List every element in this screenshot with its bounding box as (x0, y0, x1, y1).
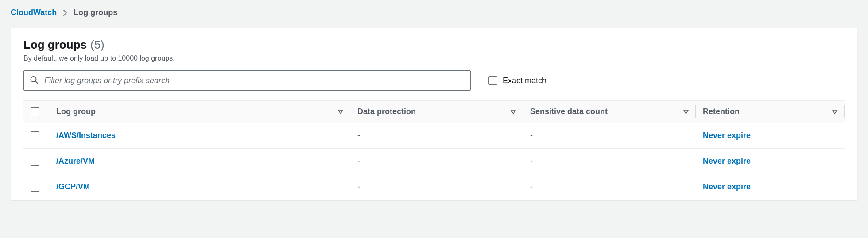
log-groups-table: Log group Data protection (23, 100, 845, 200)
retention-link[interactable]: Never expire (703, 131, 751, 140)
page-title-count: (5) (90, 38, 105, 52)
sensitive-count-cell: - (523, 174, 696, 200)
filter-input-container (23, 70, 471, 91)
col-header-sensitive-count-label: Sensitive data count (530, 107, 608, 116)
filter-input[interactable] (23, 70, 471, 91)
col-header-data-protection-label: Data protection (357, 107, 416, 116)
log-groups-panel: Log groups (5) By default, we only load … (11, 28, 857, 200)
data-protection-cell: - (350, 149, 523, 174)
retention-link[interactable]: Never expire (703, 157, 751, 165)
exact-match-checkbox[interactable] (488, 76, 497, 85)
select-all-header (23, 101, 49, 123)
col-header-log-group-label: Log group (56, 107, 96, 116)
log-group-link[interactable]: /AWS/Instances (56, 131, 116, 140)
data-protection-cell: - (350, 123, 523, 149)
col-header-data-protection[interactable]: Data protection (350, 101, 523, 123)
data-protection-cell: - (350, 174, 523, 200)
log-group-link[interactable]: /GCP/VM (56, 182, 90, 191)
exact-match-toggle[interactable]: Exact match (488, 76, 546, 85)
row-checkbox[interactable] (31, 183, 39, 192)
col-header-retention[interactable]: Retention (696, 101, 845, 123)
table-row: /AWS/Instances - - Never expire (23, 123, 845, 149)
retention-link[interactable]: Never expire (703, 182, 751, 191)
sort-icon (683, 110, 689, 114)
log-group-link[interactable]: /Azure/VM (56, 157, 95, 165)
col-header-sensitive-count[interactable]: Sensitive data count (523, 101, 696, 123)
row-checkbox[interactable] (31, 157, 39, 166)
sort-icon (832, 110, 837, 114)
table-row: /GCP/VM - - Never expire (23, 174, 845, 200)
page-subtitle: By default, we only load up to 10000 log… (23, 54, 845, 62)
col-header-retention-label: Retention (703, 107, 740, 116)
sort-icon (338, 110, 343, 114)
table-row: /Azure/VM - - Never expire (23, 149, 845, 174)
page-title: Log groups (23, 38, 87, 52)
col-header-log-group[interactable]: Log group (49, 101, 350, 123)
row-checkbox[interactable] (31, 131, 39, 140)
chevron-right-icon (63, 9, 67, 16)
breadcrumb-current: Log groups (74, 8, 117, 17)
exact-match-label: Exact match (503, 76, 546, 85)
sort-icon (511, 110, 516, 114)
col-divider (844, 105, 845, 118)
sensitive-count-cell: - (523, 149, 696, 174)
breadcrumb: CloudWatch Log groups (11, 8, 857, 17)
select-all-checkbox[interactable] (31, 107, 39, 116)
sensitive-count-cell: - (523, 123, 696, 149)
breadcrumb-root-link[interactable]: CloudWatch (11, 8, 57, 17)
